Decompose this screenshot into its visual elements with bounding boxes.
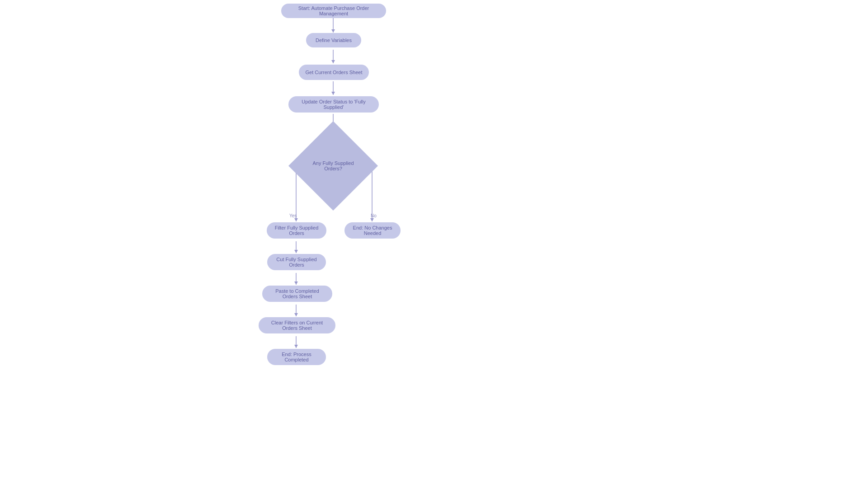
svg-marker-17	[294, 282, 298, 285]
yes-label: Yes	[289, 213, 297, 218]
svg-marker-5	[331, 92, 335, 95]
svg-marker-15	[294, 250, 298, 253]
start-node: Start: Automate Purchase Order Managemen…	[281, 4, 386, 18]
no-label: No	[371, 213, 377, 218]
svg-marker-3	[331, 60, 335, 63]
flowchart: Start: Automate Purchase Order Managemen…	[0, 0, 868, 488]
clear-filters-node: Clear Filters on Current Orders Sheet	[259, 317, 335, 333]
svg-marker-19	[294, 313, 298, 316]
get-orders-node: Get Current Orders Sheet	[299, 65, 369, 80]
svg-marker-1	[331, 29, 335, 33]
svg-marker-21	[294, 345, 298, 348]
define-variables-node: Define Variables	[306, 33, 361, 47]
connector-lines	[0, 0, 868, 488]
cut-node: Cut Fully Supplied Orders	[267, 254, 326, 270]
filter-node: Filter Fully Supplied Orders	[267, 222, 326, 239]
end-no-changes-node: End: No Changes Needed	[344, 222, 401, 239]
paste-node: Paste to Completed Orders Sheet	[262, 286, 332, 302]
end-complete-node: End: Process Completed	[267, 349, 326, 365]
update-status-node: Update Order Status to 'Fully Supplied'	[288, 96, 379, 113]
svg-marker-13	[370, 218, 374, 221]
decision-diamond: Any Fully Supplied Orders?	[297, 130, 369, 202]
svg-marker-10	[294, 218, 298, 221]
